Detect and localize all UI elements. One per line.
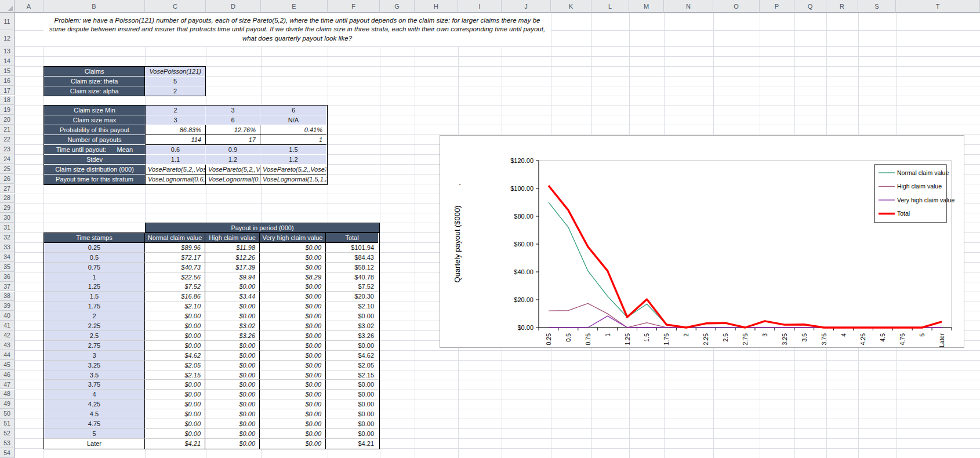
payout-value[interactable]: $0.00: [326, 390, 378, 399]
row-header-46[interactable]: 46: [0, 370, 14, 380]
payout-timestamp[interactable]: 5: [44, 429, 145, 439]
payout-timestamp[interactable]: 1.25: [44, 282, 145, 292]
payout-timestamp[interactable]: 2.25: [44, 321, 145, 331]
row-header-45[interactable]: 45: [0, 360, 14, 370]
row-header-40[interactable]: 40: [0, 311, 14, 321]
payout-timestamp[interactable]: 1.75: [44, 301, 145, 311]
strata-cell[interactable]: 3: [146, 115, 206, 125]
payout-timestamp[interactable]: Later: [44, 439, 145, 449]
payout-value[interactable]: $0.00: [260, 243, 326, 253]
payout-value[interactable]: $0.00: [145, 380, 205, 390]
payout-value[interactable]: $0.00: [205, 341, 260, 351]
column-header-L[interactable]: L: [591, 0, 629, 13]
row-header-13[interactable]: 13: [0, 46, 14, 56]
strata-cell[interactable]: 1.5: [260, 145, 326, 155]
row-header-27[interactable]: 27: [0, 184, 14, 194]
payout-timestamp[interactable]: 4: [44, 390, 145, 399]
row-header-26[interactable]: 26: [0, 174, 14, 184]
payout-value[interactable]: $0.00: [326, 429, 378, 439]
payout-timestamp[interactable]: 4.75: [44, 419, 145, 429]
payout-value[interactable]: $84.43: [326, 253, 378, 263]
payout-value[interactable]: $0.00: [260, 399, 326, 409]
payout-value[interactable]: $3.44: [205, 292, 260, 301]
row-header-22[interactable]: 22: [0, 135, 14, 144]
payout-timestamp[interactable]: 2.75: [44, 341, 145, 351]
payout-value[interactable]: $0.00: [260, 331, 326, 341]
strata-table[interactable]: Claim size Min236Claim size max36N/AProb…: [43, 105, 328, 184]
payout-value[interactable]: $3.26: [205, 331, 260, 341]
payout-value[interactable]: $0.00: [205, 399, 260, 409]
payout-value[interactable]: $0.00: [145, 321, 205, 331]
payout-value[interactable]: $0.00: [260, 301, 326, 311]
row-header-24[interactable]: 24: [0, 154, 14, 164]
row-header-44[interactable]: 44: [0, 350, 14, 360]
payout-value[interactable]: $0.00: [326, 341, 378, 351]
payout-value[interactable]: $0.00: [260, 292, 326, 301]
payout-timestamp[interactable]: 2: [44, 311, 145, 321]
row-header-42[interactable]: 42: [0, 330, 14, 340]
payout-value[interactable]: $0.00: [145, 341, 205, 351]
payout-value[interactable]: $0.00: [326, 409, 378, 419]
payout-value[interactable]: $0.00: [205, 311, 260, 321]
payout-value[interactable]: $3.02: [326, 321, 378, 331]
payout-value[interactable]: $4.21: [326, 439, 378, 449]
claims-row-value[interactable]: 5: [145, 77, 205, 86]
payout-value[interactable]: $0.00: [326, 380, 378, 390]
payout-value[interactable]: $7.52: [145, 282, 205, 292]
strata-cell[interactable]: VosePareto(5,2,,VoseXBounds(6,)): [260, 165, 326, 175]
payout-timestamp[interactable]: 0.5: [44, 253, 145, 263]
row-header-16[interactable]: 16: [0, 76, 14, 86]
strata-cell[interactable]: VoseLognormal(0.6,1: [146, 175, 206, 184]
row-header-48[interactable]: 48: [0, 390, 14, 399]
payout-value[interactable]: $0.00: [205, 301, 260, 311]
column-header-K[interactable]: K: [551, 0, 591, 13]
payout-value[interactable]: $4.62: [145, 351, 205, 361]
payout-value[interactable]: $0.00: [145, 409, 205, 419]
payout-value[interactable]: $8.29: [260, 272, 326, 282]
payout-value[interactable]: $16.86: [145, 292, 205, 301]
row-header-34[interactable]: 34: [0, 252, 14, 262]
payout-value[interactable]: $0.00: [260, 370, 326, 380]
payout-value[interactable]: $2.15: [145, 370, 205, 380]
payout-timestamp[interactable]: 0.75: [44, 263, 145, 272]
payout-value[interactable]: $40.78: [326, 272, 378, 282]
payout-timestamp[interactable]: 2.5: [44, 331, 145, 341]
row-header-38[interactable]: 38: [0, 292, 14, 301]
payout-value[interactable]: $3.02: [205, 321, 260, 331]
payout-chart[interactable]: $0.00$20.00$40.00$60.00$80.00$100.00$120…: [440, 135, 964, 348]
payout-value[interactable]: $0.00: [145, 399, 205, 409]
row-header-31[interactable]: 31: [0, 223, 14, 232]
strata-cell[interactable]: VoseLognormal(1.5,1.2): [260, 175, 326, 184]
strata-cell[interactable]: 1.2: [206, 155, 260, 165]
payout-value[interactable]: $2.10: [145, 301, 205, 311]
strata-cell[interactable]: 86.83%: [146, 125, 206, 135]
row-header-33[interactable]: 33: [0, 242, 14, 252]
column-header-A[interactable]: A: [14, 0, 43, 13]
payout-value[interactable]: $0.00: [205, 351, 260, 361]
row-header-51[interactable]: 51: [0, 419, 14, 428]
strata-cell[interactable]: 12.76%: [206, 125, 260, 135]
column-header-T[interactable]: T: [896, 0, 980, 13]
payout-value[interactable]: $0.00: [260, 263, 326, 272]
strata-cell[interactable]: 17: [206, 135, 260, 145]
strata-cell[interactable]: 114: [146, 135, 206, 145]
payout-value[interactable]: $0.00: [260, 429, 326, 439]
column-header-O[interactable]: O: [713, 0, 760, 13]
row-header-32[interactable]: 32: [0, 232, 14, 242]
strata-cell[interactable]: 6: [206, 115, 260, 125]
payout-value[interactable]: $2.05: [145, 361, 205, 370]
payout-value[interactable]: $2.15: [326, 370, 378, 380]
payout-value[interactable]: $0.00: [205, 380, 260, 390]
row-header-20[interactable]: 20: [0, 115, 14, 125]
payout-value[interactable]: $0.00: [205, 370, 260, 380]
row-header-36[interactable]: 36: [0, 272, 14, 282]
payout-value[interactable]: $58.12: [326, 263, 378, 272]
select-all-corner[interactable]: [0, 0, 14, 13]
payout-value[interactable]: $40.73: [145, 263, 205, 272]
row-header-25[interactable]: 25: [0, 164, 14, 174]
strata-cell[interactable]: 0.9: [206, 145, 260, 155]
payout-value[interactable]: $0.00: [145, 311, 205, 321]
strata-cell[interactable]: 2: [146, 106, 206, 115]
row-header-39[interactable]: 39: [0, 301, 14, 311]
row-header-41[interactable]: 41: [0, 321, 14, 330]
